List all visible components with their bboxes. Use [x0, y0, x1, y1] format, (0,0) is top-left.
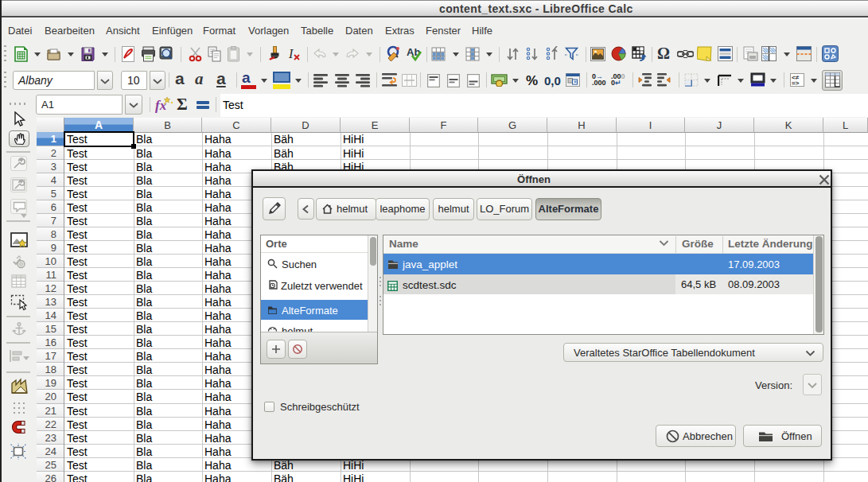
svg-text:I: I [288, 47, 294, 60]
svg-text:=>: => [792, 80, 800, 87]
